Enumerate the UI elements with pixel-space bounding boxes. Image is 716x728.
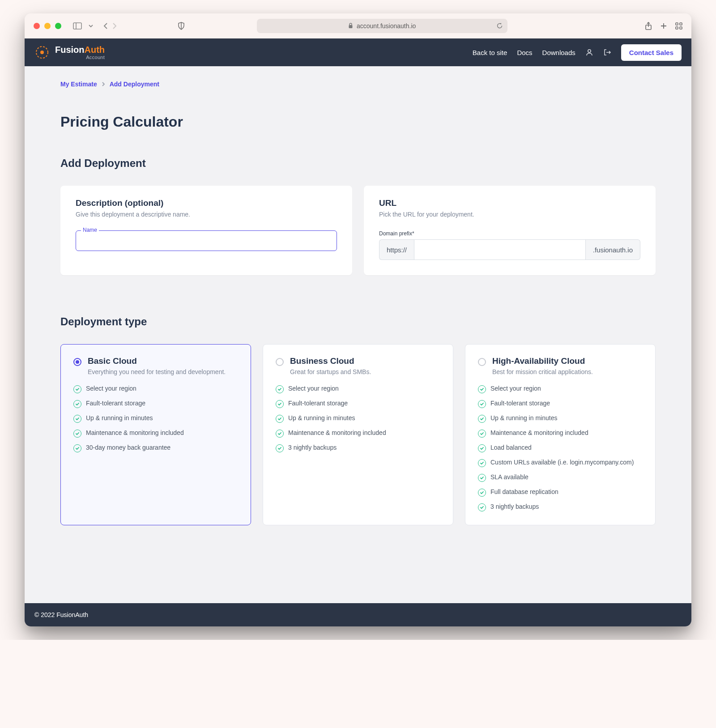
- logo[interactable]: FusionAuth Account: [34, 45, 105, 60]
- logout-icon[interactable]: [603, 48, 611, 56]
- nav-docs[interactable]: Docs: [517, 49, 532, 56]
- check-icon: [478, 415, 486, 423]
- check-icon: [73, 415, 81, 423]
- svg-rect-2: [349, 25, 352, 28]
- feature-item: Up & running in minutes: [276, 414, 440, 423]
- feature-item: Custom URLs available (i.e. login.mycomp…: [478, 459, 643, 467]
- breadcrumb: My Estimate Add Deployment: [60, 81, 656, 88]
- plan-card-business[interactable]: Business CloudGreat for startups and SMB…: [263, 344, 453, 525]
- description-card-title: Description (optional): [76, 198, 337, 208]
- plan-features: Select your regionFault-tolerant storage…: [73, 385, 238, 452]
- minimize-window-button[interactable]: [44, 23, 51, 29]
- feature-item: SLA available: [478, 473, 643, 482]
- plan-radio-ha[interactable]: [478, 358, 486, 366]
- plan-cards: Basic CloudEverything you need for testi…: [60, 344, 656, 525]
- svg-point-11: [40, 51, 44, 54]
- svg-rect-6: [676, 23, 678, 25]
- contact-sales-button[interactable]: Contact Sales: [621, 44, 682, 61]
- feature-item: 3 nightly backups: [276, 444, 440, 452]
- check-icon: [276, 400, 284, 408]
- chevron-right-icon: [102, 82, 105, 86]
- feature-text: Load balanced: [490, 444, 532, 451]
- feature-text: SLA available: [490, 473, 528, 481]
- svg-rect-9: [680, 27, 682, 29]
- feature-text: Full database replication: [490, 488, 558, 495]
- feature-text: Up & running in minutes: [490, 414, 557, 421]
- back-icon[interactable]: [102, 22, 109, 30]
- feature-text: Custom URLs available (i.e. login.mycomp…: [490, 459, 634, 466]
- reload-icon[interactable]: [496, 22, 503, 29]
- check-icon: [478, 430, 486, 438]
- feature-item: Up & running in minutes: [73, 414, 238, 423]
- feature-item: 3 nightly backups: [478, 503, 643, 511]
- feature-text: Maintenance & monitoring included: [86, 429, 184, 436]
- feature-text: 3 nightly backups: [490, 503, 539, 510]
- breadcrumb-root[interactable]: My Estimate: [60, 81, 97, 88]
- check-icon: [276, 430, 284, 438]
- svg-rect-7: [680, 23, 682, 25]
- app-window: account.fusionauth.io: [25, 13, 691, 626]
- plan-features: Select your regionFault-tolerant storage…: [276, 385, 440, 452]
- plan-radio-basic[interactable]: [73, 358, 81, 366]
- plan-title: Basic Cloud: [88, 356, 226, 366]
- url-input-group: https:// .fusionauth.io: [379, 239, 640, 260]
- check-icon: [276, 415, 284, 423]
- user-icon[interactable]: [585, 48, 593, 56]
- feature-item: Fault-tolerant storage: [478, 400, 643, 408]
- svg-point-12: [588, 50, 591, 52]
- check-icon: [73, 400, 81, 408]
- plan-desc: Great for startups and SMBs.: [290, 368, 371, 377]
- sidebar-toggle-icon[interactable]: [73, 22, 82, 30]
- nav-downloads[interactable]: Downloads: [542, 49, 575, 56]
- plan-radio-business[interactable]: [276, 358, 284, 366]
- url-protocol-addon: https://: [379, 239, 414, 260]
- feature-item: Fault-tolerant storage: [73, 400, 238, 408]
- feature-text: Fault-tolerant storage: [288, 400, 348, 407]
- plan-features: Select your regionFault-tolerant storage…: [478, 385, 643, 511]
- feature-item: Select your region: [478, 385, 643, 393]
- share-icon[interactable]: [645, 22, 652, 30]
- close-window-button[interactable]: [34, 23, 40, 29]
- domain-prefix-input[interactable]: [414, 239, 586, 260]
- check-icon: [276, 444, 284, 452]
- nav-back-to-site[interactable]: Back to site: [473, 49, 507, 56]
- check-icon: [478, 474, 486, 482]
- svg-rect-8: [676, 27, 678, 29]
- browser-chrome: account.fusionauth.io: [25, 13, 691, 38]
- page-title: Pricing Calculator: [60, 114, 656, 130]
- domain-prefix-label: Domain prefix*: [379, 230, 640, 237]
- lock-icon: [348, 23, 353, 29]
- plan-desc: Best for mission critical applications.: [492, 368, 593, 377]
- feature-item: Select your region: [73, 385, 238, 393]
- feature-text: 3 nightly backups: [288, 444, 337, 451]
- url-card-hint: Pick the URL for your deployment.: [379, 211, 640, 218]
- footer: © 2022 FusionAuth: [25, 603, 691, 626]
- maximize-window-button[interactable]: [55, 23, 61, 29]
- new-tab-icon[interactable]: [660, 22, 667, 30]
- feature-item: Maintenance & monitoring included: [73, 429, 238, 438]
- feature-text: Select your region: [86, 385, 136, 392]
- url-card: URL Pick the URL for your deployment. Do…: [364, 186, 656, 275]
- name-input[interactable]: [76, 230, 337, 251]
- shield-icon[interactable]: [178, 22, 185, 30]
- plan-desc: Everything you need for testing and deve…: [88, 368, 226, 377]
- footer-copyright: © 2022 FusionAuth: [34, 611, 88, 618]
- forward-icon[interactable]: [111, 22, 118, 30]
- chevron-down-icon[interactable]: [88, 23, 94, 29]
- url-suffix-addon: .fusionauth.io: [586, 239, 640, 260]
- feature-text: Fault-tolerant storage: [86, 400, 145, 407]
- address-bar[interactable]: account.fusionauth.io: [257, 19, 507, 33]
- tabs-overview-icon[interactable]: [675, 22, 682, 30]
- feature-text: Up & running in minutes: [288, 414, 355, 421]
- check-icon: [478, 385, 486, 393]
- url-card-title: URL: [379, 198, 640, 208]
- check-icon: [73, 430, 81, 438]
- check-icon: [478, 503, 486, 511]
- feature-item: Select your region: [276, 385, 440, 393]
- feature-item: Load balanced: [478, 444, 643, 452]
- app-header: FusionAuth Account Back to site Docs Dow…: [25, 38, 691, 66]
- section-add-deployment: Add Deployment: [60, 157, 656, 170]
- feature-text: Select your region: [288, 385, 339, 392]
- plan-card-basic[interactable]: Basic CloudEverything you need for testi…: [60, 344, 251, 525]
- plan-card-ha[interactable]: High-Availability CloudBest for mission …: [465, 344, 656, 525]
